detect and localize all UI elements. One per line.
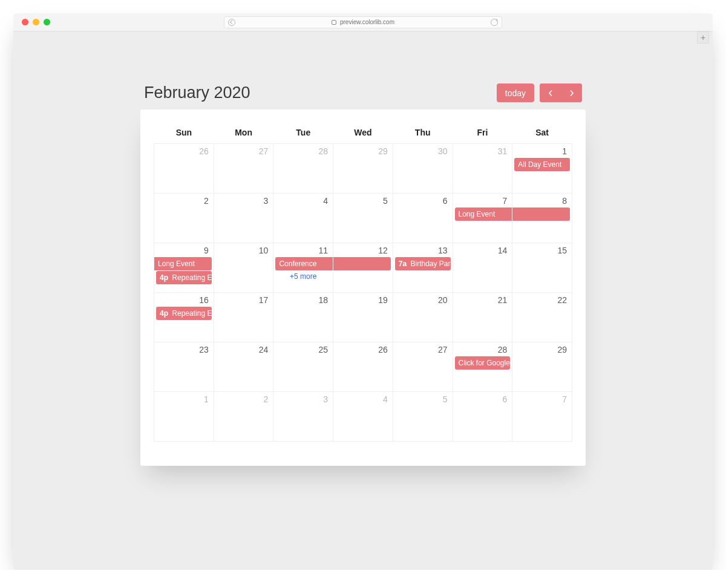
calendar-day[interactable]: 28 (273, 144, 333, 194)
calendar-day[interactable]: 6 (393, 194, 453, 243)
calendar-day[interactable]: 10 (214, 243, 273, 293)
calendar-day[interactable]: 5 (393, 392, 453, 442)
new-tab-button[interactable]: + (697, 31, 709, 44)
day-number: 28 (453, 342, 512, 356)
address-bar[interactable]: preview.colorlib.com (224, 16, 502, 28)
event-long[interactable]: Long Event (154, 257, 212, 270)
day-header: Sun (154, 126, 214, 144)
event-conference[interactable] (333, 257, 391, 270)
calendar-day[interactable]: 2 (154, 194, 214, 243)
calendar-day[interactable]: 7 (512, 392, 572, 442)
calendar-day[interactable]: 9Long Event4p Repeating Eve (154, 243, 214, 293)
more-events-link[interactable]: +5 more (273, 271, 333, 281)
calendar-day[interactable]: 2 (214, 392, 273, 442)
day-number: 7 (453, 194, 512, 207)
calendar-grid: Sun Mon Tue Wed Thu Fri Sat 262728293031… (154, 126, 572, 442)
day-number: 31 (453, 144, 512, 157)
minimize-window-icon[interactable] (33, 19, 39, 25)
calendar-day[interactable]: 5 (333, 194, 393, 243)
day-header-row: Sun Mon Tue Wed Thu Fri Sat (154, 126, 572, 144)
day-number: 24 (214, 342, 273, 356)
calendar-day[interactable]: 18 (273, 293, 333, 342)
calendar-day[interactable]: 29 (512, 342, 572, 392)
calendar-day[interactable]: 4 (273, 194, 333, 243)
calendar-day[interactable]: 137a Birthday Party (393, 243, 453, 293)
day-number: 27 (393, 342, 453, 356)
calendar-day[interactable]: 1 (154, 392, 214, 442)
day-number: 4 (333, 392, 393, 405)
day-number: 26 (333, 342, 393, 356)
calendar-day[interactable]: 164p Repeating Eve (154, 293, 214, 342)
day-number: 14 (453, 243, 512, 256)
day-number: 7 (512, 392, 572, 405)
calendar-day[interactable]: 26 (154, 144, 214, 194)
day-number: 10 (214, 243, 273, 256)
calendar-day[interactable]: 31 (453, 144, 512, 194)
calendar-day[interactable]: 8 (512, 194, 572, 243)
calendar-day[interactable]: 27 (214, 144, 273, 194)
calendar-day[interactable]: 3 (214, 194, 273, 243)
calendar-day[interactable]: 1All Day Event (512, 144, 572, 194)
event-all-day[interactable]: All Day Event (514, 158, 570, 171)
day-number: 5 (333, 194, 393, 207)
calendar-day[interactable]: 7Long Event (453, 194, 512, 243)
traffic-lights (22, 19, 50, 25)
calendar-day[interactable]: 12 (333, 243, 393, 293)
calendar-day[interactable]: 24 (214, 342, 273, 392)
event-time: 4p (160, 309, 168, 318)
calendar-week: 164p Repeating Eve171819202122 (154, 293, 572, 342)
day-number: 9 (154, 243, 214, 256)
calendar-day[interactable]: 22 (512, 293, 572, 342)
next-month-button[interactable] (561, 83, 582, 102)
browser-window: preview.colorlib.com + February 2020 tod… (13, 13, 713, 570)
calendar-day[interactable]: 4 (333, 392, 393, 442)
month-nav (540, 83, 582, 102)
calendar-app: February 2020 today Sun Mon (13, 31, 713, 466)
reload-icon[interactable] (491, 19, 498, 26)
calendar-day[interactable]: 27 (393, 342, 453, 392)
calendar-day[interactable]: 17 (214, 293, 273, 342)
zoom-window-icon[interactable] (44, 19, 50, 25)
calendar-day[interactable]: 21 (453, 293, 512, 342)
day-number: 1 (154, 392, 214, 405)
calendar-day[interactable]: 29 (333, 144, 393, 194)
day-header: Tue (273, 126, 333, 144)
event-time: 4p (160, 273, 168, 282)
calendar-day[interactable]: 25 (273, 342, 333, 392)
event-repeating[interactable]: 4p Repeating Eve (156, 307, 212, 320)
calendar-day[interactable]: 20 (393, 293, 453, 342)
day-number: 17 (214, 293, 273, 306)
event-long[interactable] (512, 207, 570, 221)
day-number: 11 (273, 243, 333, 256)
day-number: 8 (512, 194, 572, 207)
back-history-icon[interactable] (228, 19, 235, 26)
page-title: February 2020 (144, 83, 250, 102)
prev-month-button[interactable] (540, 83, 561, 102)
day-number: 6 (453, 392, 512, 405)
calendar-day[interactable]: 23 (154, 342, 214, 392)
event-birthday[interactable]: 7a Birthday Party (395, 257, 451, 270)
day-number: 23 (154, 342, 214, 356)
close-window-icon[interactable] (22, 19, 28, 25)
event-repeating[interactable]: 4p Repeating Eve (156, 271, 212, 284)
day-number: 22 (512, 293, 572, 306)
calendar-day[interactable]: 19 (333, 293, 393, 342)
calendar-day[interactable]: 6 (453, 392, 512, 442)
day-number: 2 (214, 392, 273, 405)
day-number: 5 (393, 392, 453, 405)
event-conference[interactable]: Conference (275, 257, 333, 270)
calendar-week: 1234567 (154, 392, 572, 442)
day-number: 4 (273, 194, 333, 207)
calendar-day[interactable]: 26 (333, 342, 393, 392)
event-long[interactable]: Long Event (455, 207, 512, 221)
calendar-day[interactable]: 14 (453, 243, 512, 293)
calendar-day[interactable]: 15 (512, 243, 572, 293)
calendar-day[interactable]: 30 (393, 144, 453, 194)
calendar-day[interactable]: 3 (273, 392, 333, 442)
event-google[interactable]: Click for Google (455, 356, 511, 370)
day-number: 30 (393, 144, 453, 157)
calendar-day[interactable]: 11Conference+5 more (273, 243, 333, 293)
calendar-day[interactable]: 28Click for Google (453, 342, 512, 392)
today-button[interactable]: today (497, 83, 534, 102)
day-number: 25 (273, 342, 333, 356)
